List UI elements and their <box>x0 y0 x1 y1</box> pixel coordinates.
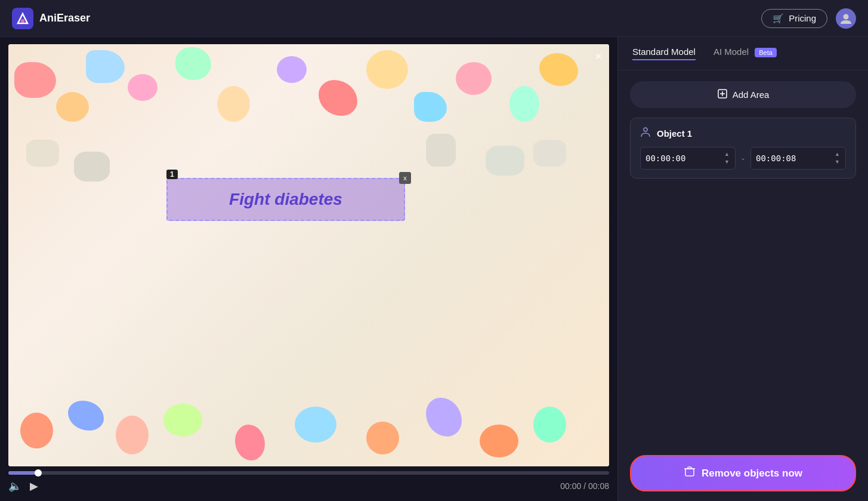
marshmallow-decoration <box>26 140 59 167</box>
candy-decoration <box>480 425 518 457</box>
selection-close-button[interactable]: x <box>399 172 411 184</box>
progress-knob[interactable] <box>35 469 42 477</box>
candy-decoration <box>14 62 56 98</box>
remove-objects-button[interactable]: Remove objects now <box>630 455 856 491</box>
time-start-value: 00:00:00 <box>645 153 685 163</box>
candy-decoration <box>86 50 125 83</box>
candy-decoration <box>319 80 357 116</box>
candy-decoration <box>128 74 157 101</box>
header-right: 🛒 Pricing <box>761 8 856 29</box>
remove-icon <box>684 466 696 481</box>
marshmallow-decoration <box>533 140 566 167</box>
video-close-button[interactable]: × <box>590 48 607 64</box>
main-content: × <box>0 37 868 501</box>
candy-decoration <box>366 50 408 89</box>
candy-decoration <box>20 413 53 448</box>
marshmallow-decoration <box>426 134 456 167</box>
candy-decoration <box>68 401 104 431</box>
time-separator: - <box>742 153 745 164</box>
time-start-arrows: ▲ ▼ <box>724 151 730 165</box>
volume-icon: 🔈 <box>8 480 21 493</box>
progress-bar[interactable] <box>8 471 609 475</box>
object-card: Object 1 00:00:00 ▲ ▼ - 00:00:08 <box>630 118 856 179</box>
object-person-icon <box>640 127 651 140</box>
candy-decoration <box>533 407 566 442</box>
video-container: 1 x Fight diabetes <box>8 44 609 466</box>
video-panel: × <box>0 37 617 501</box>
remove-btn-wrapper: Remove objects now <box>618 445 868 501</box>
candy-decoration <box>116 416 149 454</box>
candy-decoration <box>414 92 447 122</box>
candy-decoration <box>235 425 265 460</box>
header-left: AniEraser <box>12 8 90 29</box>
video-frame: 1 x Fight diabetes <box>8 44 609 466</box>
time-end-input[interactable]: 00:00:08 ▲ ▼ <box>750 147 846 170</box>
time-end-value: 00:00:08 <box>756 153 796 163</box>
volume-button[interactable]: 🔈 <box>8 480 21 493</box>
progress-fill <box>8 471 38 475</box>
pricing-label: Pricing <box>789 13 816 23</box>
svg-point-2 <box>21 19 24 23</box>
pricing-cart-icon: 🛒 <box>773 13 784 24</box>
svg-rect-0 <box>12 8 33 29</box>
play-button[interactable]: ▶ <box>30 480 38 493</box>
time-end-up-arrow[interactable]: ▲ <box>834 151 841 158</box>
time-start-input[interactable]: 00:00:00 ▲ ▼ <box>640 147 736 170</box>
svg-rect-8 <box>685 469 694 476</box>
object-title: Object 1 <box>657 128 692 139</box>
candy-decoration <box>539 53 578 86</box>
add-area-icon <box>717 88 728 101</box>
candy-decoration <box>509 86 539 122</box>
controls-left: 🔈 ▶ <box>8 480 38 493</box>
app-name: AniEraser <box>39 12 90 24</box>
candy-decoration <box>277 56 307 83</box>
user-avatar[interactable] <box>836 8 856 29</box>
candy-decoration <box>175 47 211 80</box>
selection-number-label: 1 <box>166 170 178 179</box>
candy-decoration <box>217 86 250 122</box>
time-display: 00:00 / 00:08 <box>560 481 609 491</box>
svg-point-3 <box>844 14 849 19</box>
pricing-button[interactable]: 🛒 Pricing <box>761 9 827 28</box>
controls-row: 🔈 ▶ 00:00 / 00:08 <box>8 480 609 493</box>
right-panel: Standard Model AI Model Beta Add Area <box>617 37 868 501</box>
marshmallow-decoration <box>486 146 524 176</box>
time-range-row: 00:00:00 ▲ ▼ - 00:00:08 ▲ ▼ <box>640 147 846 170</box>
close-icon: × <box>595 50 602 63</box>
beta-badge: Beta <box>755 48 777 57</box>
candy-decoration <box>163 404 202 437</box>
selection-text-content: Fight diabetes <box>229 190 342 209</box>
object-card-header: Object 1 <box>640 127 846 140</box>
time-start-down-arrow[interactable]: ▼ <box>724 159 730 165</box>
header: AniEraser 🛒 Pricing <box>0 0 868 37</box>
user-icon <box>839 12 852 25</box>
candy-decoration <box>56 92 89 122</box>
candy-decoration <box>456 62 492 95</box>
tabs-row: Standard Model AI Model Beta <box>618 37 868 70</box>
play-icon: ▶ <box>30 480 38 493</box>
right-content: Add Area Object 1 00:00:00 <box>618 70 868 445</box>
time-start-up-arrow[interactable]: ▲ <box>724 151 730 158</box>
tab-ai-model[interactable]: AI Model Beta <box>713 47 777 60</box>
svg-point-7 <box>644 128 647 131</box>
object-selection-box[interactable]: 1 x Fight diabetes <box>166 178 405 221</box>
time-end-arrows: ▲ ▼ <box>834 151 841 165</box>
add-area-label: Add Area <box>733 90 770 100</box>
time-end-down-arrow[interactable]: ▼ <box>834 159 841 165</box>
marshmallow-decoration <box>74 152 110 182</box>
candy-decoration <box>366 422 399 454</box>
remove-label: Remove objects now <box>702 468 802 480</box>
tab-standard-model[interactable]: Standard Model <box>632 47 696 60</box>
candy-decoration <box>426 398 462 437</box>
candy-decoration <box>295 407 336 442</box>
app-logo-icon <box>12 8 33 29</box>
add-area-button[interactable]: Add Area <box>630 81 856 108</box>
video-controls: 🔈 ▶ 00:00 / 00:08 <box>8 466 609 493</box>
